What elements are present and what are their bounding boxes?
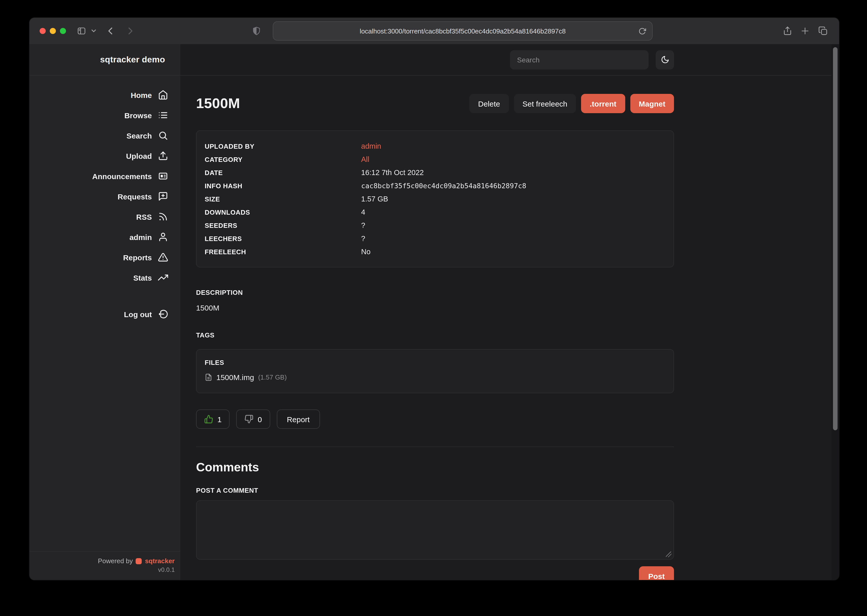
meta-label: DOWNLOADS — [205, 208, 361, 216]
tab-overview-icon[interactable] — [818, 26, 828, 36]
meta-value: 1.57 GB — [361, 195, 665, 203]
alert-triangle-icon — [158, 252, 168, 262]
comment-textarea[interactable] — [196, 500, 674, 560]
forward-button[interactable] — [125, 26, 135, 36]
page-title: 1500M — [196, 95, 240, 112]
report-button[interactable]: Report — [277, 410, 320, 429]
meta-value: No — [361, 248, 665, 256]
post-comment-button[interactable]: Post — [639, 566, 674, 580]
downvote-button[interactable]: 0 — [236, 410, 270, 429]
sidebar-item-logout[interactable]: Log out — [30, 304, 180, 324]
meta-label: INFO HASH — [205, 182, 361, 190]
file-icon — [205, 373, 212, 382]
files-label: FILES — [205, 359, 665, 366]
sidebar-item-label: Home — [131, 91, 152, 99]
sidebar-item-stats[interactable]: Stats — [30, 267, 180, 288]
sidebar-item-label: Log out — [124, 310, 152, 318]
url-bar[interactable]: localhost:3000/torrent/cac8bcbf35f5c00ec… — [273, 21, 653, 41]
sqtracker-logo — [136, 558, 142, 564]
sqtracker-link[interactable]: sqtracker — [145, 557, 175, 565]
sidebar-item-browse[interactable]: Browse — [30, 105, 180, 125]
browser-toolbar: localhost:3000/torrent/cac8bcbf35f5c00ec… — [30, 18, 839, 44]
meta-row: SEEDERS ? — [205, 219, 665, 232]
description-text: 1500M — [196, 303, 674, 312]
uploader-link[interactable]: admin — [361, 142, 665, 150]
thumbs-down-icon — [244, 415, 254, 424]
sidebar-item-admin[interactable]: admin — [30, 227, 180, 247]
new-tab-icon[interactable] — [801, 27, 810, 36]
sidebar-item-label: admin — [129, 233, 152, 241]
version-label: v0.0.1 — [35, 566, 175, 574]
scrollbar-track[interactable] — [831, 44, 839, 580]
description-label: DESCRIPTION — [196, 289, 674, 296]
meta-label: FREELEECH — [205, 248, 361, 256]
browser-window: localhost:3000/torrent/cac8bcbf35f5c00ec… — [30, 18, 839, 580]
vote-row: 1 0 Report — [196, 410, 674, 429]
category-link[interactable]: All — [361, 155, 665, 163]
reload-icon[interactable] — [638, 27, 646, 35]
torrent-file-button[interactable]: .torrent — [581, 94, 625, 113]
back-button[interactable] — [106, 26, 116, 36]
window-zoom-button[interactable] — [60, 28, 66, 34]
magnet-button[interactable]: Magnet — [630, 94, 674, 113]
sidebar-item-requests[interactable]: Requests — [30, 186, 180, 206]
home-icon — [158, 90, 168, 100]
scrollbar-thumb[interactable] — [833, 47, 837, 430]
sidebar-item-label: Upload — [126, 151, 152, 160]
privacy-shield-icon[interactable] — [252, 26, 261, 36]
window-close-button[interactable] — [39, 28, 46, 34]
sidebar-item-label: Browse — [125, 111, 152, 119]
sidebar-item-home[interactable]: Home — [30, 85, 180, 105]
sidebar-item-upload[interactable]: Upload — [30, 146, 180, 166]
meta-label: CATEGORY — [205, 156, 361, 163]
sidebar-item-announcements[interactable]: Announcements — [30, 166, 180, 186]
main-content: 1500M Delete Set freeleech .torrent Magn… — [180, 44, 839, 580]
meta-row: UPLOADED BY admin — [205, 140, 665, 153]
search-input[interactable] — [510, 50, 649, 69]
sidebar-item-label: Stats — [133, 273, 152, 282]
window-minimize-button[interactable] — [50, 28, 56, 34]
meta-row: LEECHERS ? — [205, 232, 665, 245]
meta-row: DOWNLOADS 4 — [205, 206, 665, 219]
search-icon — [158, 130, 168, 141]
torrent-meta-panel: UPLOADED BY admin CATEGORY All DATE 16:1… — [196, 130, 674, 267]
logout-icon — [158, 309, 168, 319]
sidebar-item-label: Requests — [118, 192, 152, 201]
sidebar-item-reports[interactable]: Reports — [30, 247, 180, 267]
share-icon[interactable] — [783, 26, 792, 36]
file-row: 1500M.img (1.57 GB) — [205, 373, 665, 382]
sidebar-item-search[interactable]: Search — [30, 125, 180, 146]
site-title: sqtracker demo — [30, 44, 180, 75]
meta-label: SIZE — [205, 195, 361, 203]
upvote-button[interactable]: 1 — [196, 410, 230, 429]
comments-heading: Comments — [196, 460, 674, 475]
sidebar-item-rss[interactable]: RSS — [30, 206, 180, 227]
info-hash-value: cac8bcbf35f5c00ec4dc09a2b54a81646b2897c8 — [361, 182, 665, 190]
meta-value: ? — [361, 234, 665, 242]
powered-by-label: Powered by — [98, 557, 133, 565]
meta-value: 16:12 7th Oct 2022 — [361, 168, 665, 177]
thumbs-up-icon — [204, 415, 213, 424]
main-header — [180, 44, 839, 75]
meta-label: DATE — [205, 169, 361, 176]
moon-icon — [660, 55, 669, 64]
theme-toggle-button[interactable] — [656, 50, 674, 69]
meta-row: INFO HASH cac8bcbf35f5c00ec4dc09a2b54a81… — [205, 179, 665, 192]
chevron-down-icon[interactable] — [91, 30, 96, 33]
post-comment-label: POST A COMMENT — [196, 487, 674, 494]
files-panel: FILES 1500M.img (1 — [196, 349, 674, 393]
sidebar-nav: Home Browse — [30, 75, 180, 324]
meta-row: DATE 16:12 7th Oct 2022 — [205, 166, 665, 179]
meta-value: ? — [361, 221, 665, 229]
set-freeleech-button[interactable]: Set freeleech — [514, 94, 576, 113]
sidebar-item-label: Announcements — [92, 172, 152, 181]
delete-button[interactable]: Delete — [470, 94, 509, 113]
meta-row: CATEGORY All — [205, 153, 665, 166]
desktop: localhost:3000/torrent/cac8bcbf35f5c00ec… — [0, 0, 867, 616]
sidebar-footer: Powered by sqtracker v0.0.1 — [30, 551, 180, 580]
sidebar-toggle-icon[interactable] — [76, 27, 87, 36]
meta-row: SIZE 1.57 GB — [205, 192, 665, 206]
trending-up-icon — [158, 272, 168, 283]
url-text: localhost:3000/torrent/cac8bcbf35f5c00ec… — [360, 27, 566, 35]
sidebar-item-label: Reports — [123, 253, 152, 262]
